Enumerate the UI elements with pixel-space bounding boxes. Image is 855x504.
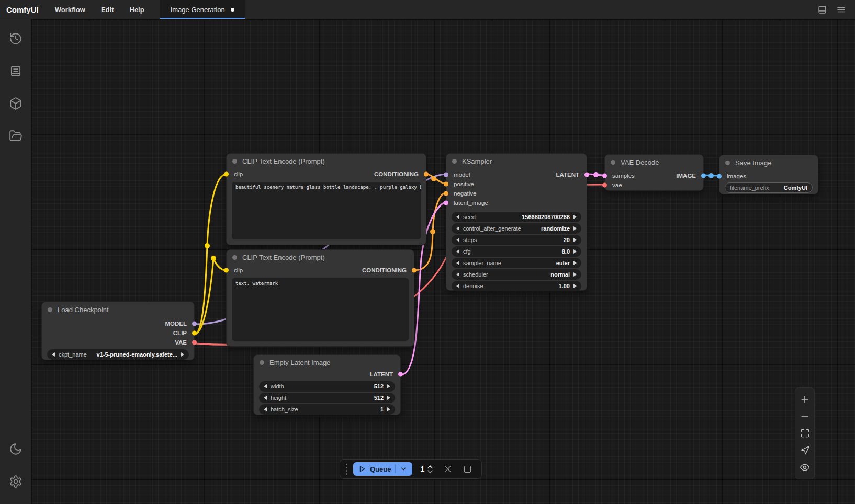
widget-scheduler[interactable]: scheduler normal bbox=[452, 269, 581, 280]
queue-control-panel: Queue 1 bbox=[340, 459, 482, 479]
output-slot-model[interactable] bbox=[192, 322, 197, 326]
left-sidebar bbox=[0, 19, 31, 504]
node-title: Load Checkpoint bbox=[58, 306, 109, 314]
prompt-textarea[interactable]: beautiful scenery nature glass bottle la… bbox=[232, 182, 421, 239]
tab-image-generation[interactable]: Image Generation bbox=[160, 0, 245, 19]
input-slot-model[interactable] bbox=[444, 173, 448, 177]
prompt-textarea[interactable]: text, watermark bbox=[232, 278, 409, 341]
input-slot-vae[interactable] bbox=[602, 183, 607, 188]
hamburger-menu-icon[interactable] bbox=[833, 2, 849, 17]
widget-next-arrow-icon[interactable] bbox=[181, 352, 184, 357]
output-slot-latent[interactable] bbox=[584, 173, 589, 177]
output-slot-conditioning[interactable] bbox=[412, 268, 417, 273]
node-clip-text-encode-negative[interactable]: CLIP Text Encode (Prompt) clip CONDITION… bbox=[226, 249, 414, 347]
widget-denoise[interactable]: denoise 1.00 bbox=[452, 281, 581, 291]
node-save-image[interactable]: Save Image images filename_prefix ComfyU… bbox=[719, 155, 818, 194]
widget-prev-arrow-icon[interactable] bbox=[456, 261, 459, 265]
widget-prev-arrow-icon[interactable] bbox=[264, 396, 267, 400]
node-title: VAE Decode bbox=[621, 158, 659, 166]
node-graph-canvas[interactable] bbox=[31, 19, 855, 504]
widget-next-arrow-icon[interactable] bbox=[573, 272, 577, 277]
play-icon bbox=[358, 465, 366, 473]
zoom-out-icon[interactable] bbox=[798, 410, 812, 423]
fit-view-icon[interactable] bbox=[798, 427, 812, 440]
node-ksampler[interactable]: KSampler model LATENT positive negative … bbox=[446, 153, 587, 291]
widget-width[interactable]: width 512 bbox=[259, 381, 395, 392]
node-load-checkpoint[interactable]: Load Checkpoint MODEL CLIP VAE ckpt_name… bbox=[41, 302, 195, 360]
widget-prev-arrow-icon[interactable] bbox=[456, 226, 459, 231]
widget-next-arrow-icon[interactable] bbox=[573, 249, 577, 254]
increment-icon bbox=[427, 465, 433, 469]
widget-next-arrow-icon[interactable] bbox=[387, 384, 390, 388]
node-collapse-dot[interactable] bbox=[725, 161, 730, 165]
canvas-zoom-toolbar bbox=[795, 387, 815, 479]
model-library-icon[interactable] bbox=[5, 93, 27, 114]
widget-next-arrow-icon[interactable] bbox=[387, 396, 390, 400]
input-slot-clip[interactable] bbox=[224, 268, 229, 273]
widget-next-arrow-icon[interactable] bbox=[573, 238, 577, 242]
widget-prev-arrow-icon[interactable] bbox=[456, 284, 459, 288]
node-vae-decode[interactable]: VAE Decode samples IMAGE vae bbox=[604, 154, 704, 191]
queue-history-icon[interactable] bbox=[5, 28, 27, 50]
input-slot-clip[interactable] bbox=[224, 172, 229, 177]
select-mode-cursor-icon[interactable] bbox=[798, 443, 812, 457]
input-slot-latent-image[interactable] bbox=[444, 201, 448, 205]
node-collapse-dot[interactable] bbox=[611, 160, 615, 165]
widget-next-arrow-icon[interactable] bbox=[573, 261, 577, 265]
input-slot-negative[interactable] bbox=[444, 191, 448, 196]
widget-prev-arrow-icon[interactable] bbox=[52, 352, 55, 357]
input-slot-samples[interactable] bbox=[602, 174, 607, 178]
output-slot-vae[interactable] bbox=[192, 340, 197, 345]
node-library-icon[interactable] bbox=[5, 60, 27, 82]
node-collapse-dot[interactable] bbox=[232, 159, 237, 164]
batch-count-stepper[interactable]: 1 bbox=[418, 465, 435, 474]
output-slot-latent[interactable] bbox=[398, 372, 403, 377]
settings-gear-icon[interactable] bbox=[5, 471, 27, 492]
menu-help[interactable]: Help bbox=[122, 0, 152, 19]
widget-prev-arrow-icon[interactable] bbox=[456, 272, 459, 277]
menu-edit[interactable]: Edit bbox=[93, 0, 122, 19]
node-empty-latent-image[interactable]: Empty Latent Image LATENT width 512 heig… bbox=[253, 354, 401, 415]
queue-button[interactable]: Queue bbox=[353, 462, 412, 476]
node-title: CLIP Text Encode (Prompt) bbox=[242, 254, 325, 261]
widget-steps[interactable]: steps 20 bbox=[452, 235, 581, 245]
stop-square-icon[interactable] bbox=[460, 462, 474, 476]
widget-batch-size[interactable]: batch_size 1 bbox=[259, 404, 395, 415]
panel-drag-handle-icon[interactable] bbox=[346, 464, 347, 475]
widget-prev-arrow-icon[interactable] bbox=[456, 215, 459, 219]
output-slot-image[interactable] bbox=[701, 174, 706, 178]
widget-prev-arrow-icon[interactable] bbox=[264, 407, 267, 411]
widget-prev-arrow-icon[interactable] bbox=[456, 249, 459, 254]
tab-label: Image Generation bbox=[171, 6, 225, 14]
widget-height[interactable]: height 512 bbox=[259, 393, 395, 403]
node-collapse-dot[interactable] bbox=[48, 307, 52, 312]
widget-filename-prefix[interactable]: filename_prefix ComfyUI bbox=[725, 182, 813, 193]
clear-queue-x-icon[interactable] bbox=[441, 462, 455, 476]
widget-cfg[interactable]: cfg 8.0 bbox=[452, 246, 581, 257]
zoom-in-icon[interactable] bbox=[798, 393, 812, 406]
workflows-folder-icon[interactable] bbox=[5, 125, 27, 147]
node-title: Save Image bbox=[735, 159, 771, 167]
output-slot-clip[interactable] bbox=[192, 331, 197, 336]
output-slot-conditioning[interactable] bbox=[424, 172, 429, 177]
widget-prev-arrow-icon[interactable] bbox=[456, 238, 459, 242]
input-slot-images[interactable] bbox=[717, 174, 722, 179]
input-slot-positive[interactable] bbox=[444, 182, 448, 187]
toggle-visibility-eye-icon[interactable] bbox=[798, 461, 812, 474]
widget-sampler-name[interactable]: sampler_name euler bbox=[452, 258, 581, 268]
widget-ckpt-name[interactable]: ckpt_name v1-5-pruned-emaonly.safete... bbox=[47, 349, 189, 360]
bottom-panel-toggle-icon[interactable] bbox=[814, 2, 830, 17]
widget-next-arrow-icon[interactable] bbox=[573, 215, 577, 219]
theme-toggle-moon-icon[interactable] bbox=[5, 438, 27, 460]
menu-workflow[interactable]: Workflow bbox=[47, 0, 93, 19]
node-clip-text-encode-positive[interactable]: CLIP Text Encode (Prompt) clip CONDITION… bbox=[226, 153, 426, 245]
widget-prev-arrow-icon[interactable] bbox=[264, 384, 267, 388]
widget-next-arrow-icon[interactable] bbox=[573, 284, 577, 288]
widget-next-arrow-icon[interactable] bbox=[387, 407, 390, 411]
node-collapse-dot[interactable] bbox=[232, 255, 237, 260]
node-collapse-dot[interactable] bbox=[452, 159, 457, 164]
widget-next-arrow-icon[interactable] bbox=[573, 226, 577, 231]
widget-seed[interactable]: seed 156680208700286 bbox=[452, 212, 581, 222]
node-collapse-dot[interactable] bbox=[260, 360, 264, 365]
widget-control-after-generate[interactable]: control_after_generate randomize bbox=[452, 223, 581, 234]
